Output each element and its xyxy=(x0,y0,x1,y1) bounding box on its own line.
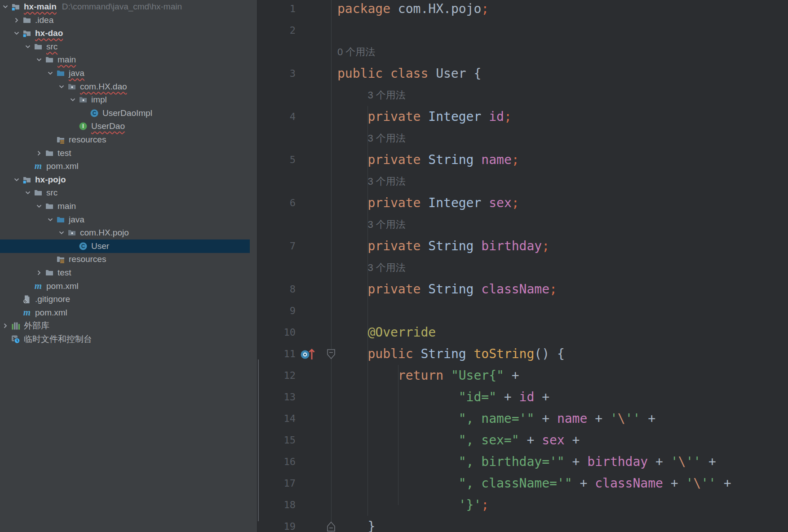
line-number[interactable]: 9 xyxy=(258,300,296,322)
line-number[interactable]: 17 xyxy=(258,473,296,494)
code-line[interactable]: 7 private String birthday; xyxy=(258,235,788,257)
chevron-down-icon[interactable] xyxy=(56,228,67,237)
tree-item-package-impl[interactable]: impl xyxy=(0,93,257,106)
usages-inlay-hint[interactable]: 3 个用法 xyxy=(367,214,405,235)
tree-item-resources-hx-pojo[interactable]: resources xyxy=(0,253,257,266)
tree-item-main-hx-dao[interactable]: main xyxy=(0,53,257,66)
line-number[interactable]: 14 xyxy=(258,408,296,430)
code-line[interactable]: 5 private String name; xyxy=(258,149,788,171)
chevron-right-icon[interactable] xyxy=(0,321,11,330)
tree-item-label: main xyxy=(58,55,76,65)
chevron-down-icon[interactable] xyxy=(34,202,44,211)
token: '}' xyxy=(459,497,482,512)
tree-item-interface-userdao[interactable]: IUserDao xyxy=(0,120,257,133)
tree-item-class-user[interactable]: CUser xyxy=(0,239,250,253)
line-number[interactable]: 7 xyxy=(258,235,296,257)
code-line[interactable]: 10 @Override xyxy=(258,322,788,343)
code-line[interactable]: 2 xyxy=(258,20,788,41)
tree-item-pom-hx-dao[interactable]: mpom.xml xyxy=(0,160,257,173)
chevron-down-icon[interactable] xyxy=(34,55,44,64)
tree-item-test-hx-pojo[interactable]: test xyxy=(0,266,257,279)
line-number[interactable]: 13 xyxy=(258,386,296,408)
tree-item-pom-hx-pojo[interactable]: mpom.xml xyxy=(0,279,257,293)
chevron-down-icon[interactable] xyxy=(0,2,11,11)
fold-marker-start[interactable] xyxy=(326,349,336,361)
chevron-down-icon[interactable] xyxy=(22,42,33,51)
line-number[interactable]: 15 xyxy=(258,430,296,451)
chevron-down-icon[interactable] xyxy=(56,82,67,91)
code-line[interactable]: 15 ", sex=" + sex + xyxy=(258,430,788,451)
line-number[interactable]: 5 xyxy=(258,149,296,171)
tree-item-scratches-and-consoles[interactable]: 临时文件和控制台 xyxy=(0,332,257,346)
line-number[interactable]: 11 xyxy=(258,343,296,365)
code-line[interactable]: 3public class User { xyxy=(258,63,788,84)
token: private xyxy=(367,109,421,124)
chevron-down-icon[interactable] xyxy=(11,175,22,184)
line-number[interactable]: 16 xyxy=(258,451,296,473)
usages-inlay-hint[interactable]: 0 个用法 xyxy=(337,41,375,63)
tree-item-label: test xyxy=(58,268,71,278)
tree-item-src-hx-dao[interactable]: src xyxy=(0,40,257,53)
token: "User{" xyxy=(451,368,504,383)
line-number[interactable]: 12 xyxy=(258,365,296,386)
code-line[interactable]: 11 public String toString() { xyxy=(258,343,788,365)
chevron-down-icon[interactable] xyxy=(45,215,56,224)
code-line[interactable]: 17 ", className='" + className + '\'' + xyxy=(258,473,788,494)
code-text: ", birthday='" + birthday + '\'' + xyxy=(337,451,716,473)
usages-inlay-hint[interactable]: 3 个用法 xyxy=(367,128,405,149)
line-number[interactable]: 8 xyxy=(258,279,296,300)
code-line[interactable]: 9 xyxy=(258,300,788,322)
tree-item-hx-dao[interactable]: hx-dao xyxy=(0,27,257,40)
line-number[interactable]: 1 xyxy=(258,0,296,20)
tree-item-src-hx-pojo[interactable]: src xyxy=(0,186,257,200)
tree-item-hx-pojo[interactable]: hx-pojo xyxy=(0,173,257,186)
line-number[interactable]: 18 xyxy=(258,494,296,516)
usages-inlay-hint[interactable]: 3 个用法 xyxy=(367,257,405,279)
chevron-right-icon[interactable] xyxy=(34,149,44,158)
token: birthday xyxy=(481,239,542,253)
chevron-right-icon[interactable] xyxy=(11,16,22,25)
code-text: ", sex=" + sex + xyxy=(337,430,580,451)
chevron-down-icon[interactable] xyxy=(11,29,22,38)
tree-item-java-hx-pojo[interactable]: java xyxy=(0,213,257,226)
tree-item-class-userdaoimpl[interactable]: CUserDaoImpl xyxy=(0,106,257,120)
chevron-right-icon[interactable] xyxy=(34,268,44,277)
tree-item-external-libraries[interactable]: 外部库 xyxy=(0,319,257,332)
code-line[interactable]: 16 ", birthday='" + birthday + '\'' + xyxy=(258,451,788,473)
code-line[interactable]: 13 "id=" + id + xyxy=(258,386,788,408)
line-number[interactable]: 6 xyxy=(258,192,296,214)
tree-item-test-hx-dao[interactable]: test xyxy=(0,146,257,160)
tree-item-pom-root[interactable]: mpom.xml xyxy=(0,306,257,319)
chevron-down-icon[interactable] xyxy=(22,188,33,197)
line-number[interactable]: 19 xyxy=(258,516,296,532)
code-text: ", className='" + className + '\'' + xyxy=(337,473,731,494)
tree-item-package-com-hx-dao[interactable]: com.HX.dao xyxy=(0,80,257,93)
tree-item-idea-folder[interactable]: .idea xyxy=(0,13,257,27)
tree-item-main-hx-pojo[interactable]: main xyxy=(0,200,257,213)
code-line[interactable]: 12 return "User{" + xyxy=(258,365,788,386)
chevron-down-icon[interactable] xyxy=(45,69,56,78)
code-editor[interactable]: 1package com.HX.pojo;20 个用法3public class… xyxy=(258,0,788,532)
code-line[interactable]: 6 private Integer sex; xyxy=(258,192,788,214)
code-line[interactable]: 1package com.HX.pojo; xyxy=(258,0,788,20)
fold-marker-end[interactable] xyxy=(326,521,336,532)
line-number[interactable]: 10 xyxy=(258,322,296,343)
code-line[interactable]: 19 } xyxy=(258,516,788,532)
code-line[interactable]: 4 private Integer id; xyxy=(258,106,788,128)
tree-item-resources-hx-dao[interactable]: resources xyxy=(0,133,257,146)
tree-item-java-hx-dao[interactable]: java xyxy=(0,66,257,80)
tree-item-package-com-hx-pojo[interactable]: com.HX.pojo xyxy=(0,226,257,239)
token: + xyxy=(565,433,580,448)
code-line[interactable]: 8 private String className; xyxy=(258,279,788,300)
code-line[interactable]: 18 '}'; xyxy=(258,494,788,516)
usages-inlay-hint[interactable]: 3 个用法 xyxy=(367,171,405,192)
line-number[interactable]: 2 xyxy=(258,20,296,41)
usages-inlay-hint[interactable]: 3 个用法 xyxy=(367,84,405,106)
line-number[interactable]: 4 xyxy=(258,106,296,128)
tree-item-hx-main[interactable]: hx-mainD:\command\java_cmd\hx-main xyxy=(0,0,257,13)
tree-item-gitignore[interactable]: .gitignore xyxy=(0,293,257,306)
override-method-gutter-icon[interactable] xyxy=(299,346,318,364)
line-number[interactable]: 3 xyxy=(258,63,296,84)
code-line[interactable]: 14 ", name='" + name + '\'' + xyxy=(258,408,788,430)
chevron-down-icon[interactable] xyxy=(67,95,78,104)
